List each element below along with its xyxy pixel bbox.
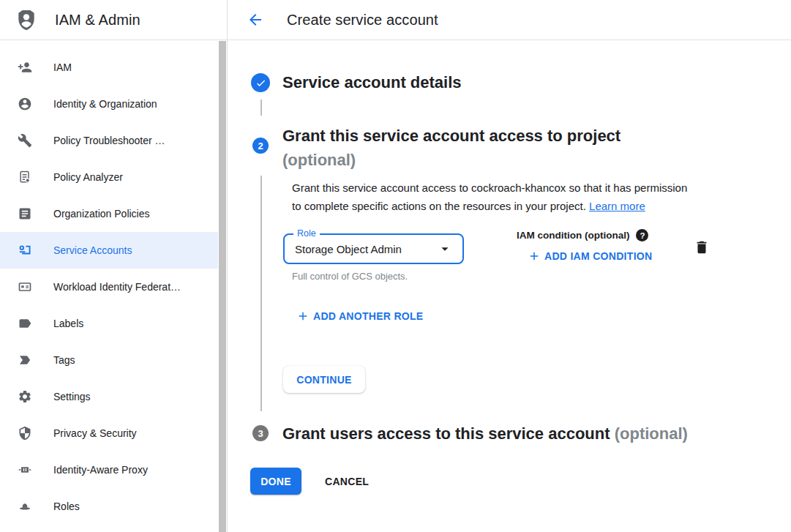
account-circle-icon bbox=[18, 97, 32, 111]
label-icon bbox=[18, 316, 32, 331]
done-button[interactable]: DONE bbox=[250, 468, 301, 495]
add-another-role-button[interactable]: ADD ANOTHER ROLE bbox=[296, 310, 424, 323]
delete-role-trash-icon[interactable] bbox=[693, 239, 711, 256]
sidebar-scrollbar[interactable] bbox=[219, 41, 226, 532]
sidebar-item-policy-troubleshooter[interactable]: Policy Troubleshooter … bbox=[0, 122, 218, 159]
sidebar-item-label: Policy Troubleshooter … bbox=[53, 135, 165, 146]
role-select[interactable]: Role Storage Object Admin bbox=[283, 233, 464, 264]
cancel-button[interactable]: CANCEL bbox=[313, 468, 380, 495]
step1-completed-check-icon bbox=[251, 73, 270, 92]
label-important-icon bbox=[18, 353, 32, 367]
person-add-icon bbox=[18, 60, 32, 75]
add-iam-condition-label: ADD IAM CONDITION bbox=[544, 250, 652, 262]
sidebar-item-iam[interactable]: IAM bbox=[0, 49, 218, 86]
page-header: Create service account bbox=[228, 0, 791, 40]
sidebar-item-label: Identity-Aware Proxy bbox=[53, 464, 148, 476]
sidebar-item-label: IAM bbox=[53, 61, 72, 73]
help-icon[interactable]: ? bbox=[636, 229, 648, 241]
product-header: IAM & Admin bbox=[0, 0, 227, 40]
sidebar-item-label: Organization Policies bbox=[53, 208, 150, 220]
step2-number-badge: 2 bbox=[252, 138, 269, 154]
step2-title-main: Grant this service account access to pro… bbox=[282, 124, 621, 148]
sidebar-item-privacy-security[interactable]: Privacy & Security bbox=[0, 415, 218, 452]
left-panel: IAM & Admin IAMIdentity & OrganizationPo… bbox=[0, 0, 228, 532]
id-card-icon bbox=[18, 280, 32, 294]
role-selected-value: Storage Object Admin bbox=[295, 235, 402, 263]
main-panel: Create service account Service account d… bbox=[228, 0, 791, 532]
sidebar-item-service-accounts[interactable]: Service Accounts bbox=[0, 232, 218, 269]
sidebar-item-label: Policy Analyzer bbox=[53, 171, 123, 183]
iam-condition-header: IAM condition (optional) ? bbox=[517, 229, 648, 241]
step3-optional-label: (optional) bbox=[615, 424, 688, 443]
add-another-role-label: ADD ANOTHER ROLE bbox=[313, 310, 424, 322]
sidebar-item-organization-policies[interactable]: Organization Policies bbox=[0, 195, 218, 232]
iam-shield-logo-icon bbox=[14, 5, 39, 34]
step2-description-line2: to complete specific actions on the reso… bbox=[292, 197, 687, 215]
sidebar-item-label: Labels bbox=[53, 318, 83, 329]
plus-icon bbox=[296, 310, 310, 323]
sidebar-item-identity-organization[interactable]: Identity & Organization bbox=[0, 86, 218, 122]
step3-number-badge: 3 bbox=[252, 425, 269, 441]
add-iam-condition-button[interactable]: ADD IAM CONDITION bbox=[528, 250, 652, 263]
gear-icon bbox=[18, 389, 32, 404]
step2-description-line1: Grant this service account access to coc… bbox=[292, 179, 687, 197]
sidebar-item-label: Settings bbox=[53, 391, 91, 402]
wizard-content: Service account details 2 Grant this ser… bbox=[228, 40, 791, 532]
step1-title: Service account details bbox=[282, 73, 462, 92]
app-window: IAM & Admin IAMIdentity & OrganizationPo… bbox=[0, 0, 791, 532]
learn-more-link[interactable]: Learn more bbox=[589, 200, 645, 212]
sidebar-item-label: Roles bbox=[53, 501, 80, 512]
sidebar-item-policy-analyzer[interactable]: Policy Analyzer bbox=[0, 159, 218, 195]
dropdown-arrow-icon[interactable] bbox=[437, 241, 453, 257]
sidebar-item-workload-identity-federat[interactable]: Workload Identity Federat… bbox=[0, 269, 218, 305]
sidebar-item-tags[interactable]: Tags bbox=[0, 342, 218, 378]
sidebar-item-settings[interactable]: Settings bbox=[0, 378, 218, 415]
article-icon bbox=[18, 206, 32, 221]
product-title: IAM & Admin bbox=[55, 12, 140, 29]
page-title: Create service account bbox=[287, 12, 438, 29]
plus-icon bbox=[528, 250, 541, 263]
hat-icon bbox=[18, 499, 32, 514]
step2-title: Grant this service account access to pro… bbox=[282, 124, 621, 172]
step2-optional-label: (optional) bbox=[282, 148, 621, 172]
step3-title-main: Grant users access to this service accou… bbox=[282, 424, 610, 443]
step3-title: Grant users access to this service accou… bbox=[282, 424, 688, 443]
role-helper-text: Full control of GCS objects. bbox=[292, 271, 408, 282]
sidebar-item-label: Privacy & Security bbox=[53, 427, 137, 439]
sidebar-item-identity-aware-proxy[interactable]: Identity-Aware Proxy bbox=[0, 452, 218, 488]
wrench-icon bbox=[18, 133, 32, 148]
sidebar-item-label: Identity & Organization bbox=[53, 98, 157, 110]
sidebar-item-roles[interactable]: Roles bbox=[0, 488, 218, 525]
policy-analyzer-icon bbox=[18, 170, 32, 184]
sidebar-item-label: Tags bbox=[53, 354, 75, 366]
sidebar-item-labels[interactable]: Labels bbox=[0, 305, 218, 342]
step2-description: Grant this service account access to coc… bbox=[292, 179, 687, 215]
proxy-icon bbox=[18, 462, 32, 477]
sidebar-nav: IAMIdentity & OrganizationPolicy Trouble… bbox=[0, 40, 218, 525]
stepper-connector bbox=[260, 100, 262, 116]
back-arrow-icon[interactable] bbox=[247, 11, 264, 29]
iam-condition-label: IAM condition (optional) bbox=[517, 230, 629, 241]
service-account-icon bbox=[18, 243, 32, 258]
sidebar-item-label: Workload Identity Federat… bbox=[53, 281, 181, 293]
shield-icon bbox=[18, 426, 32, 441]
stepper-connector bbox=[260, 176, 262, 411]
sidebar-item-label: Service Accounts bbox=[53, 244, 132, 256]
continue-button[interactable]: CONTINUE bbox=[283, 366, 365, 393]
